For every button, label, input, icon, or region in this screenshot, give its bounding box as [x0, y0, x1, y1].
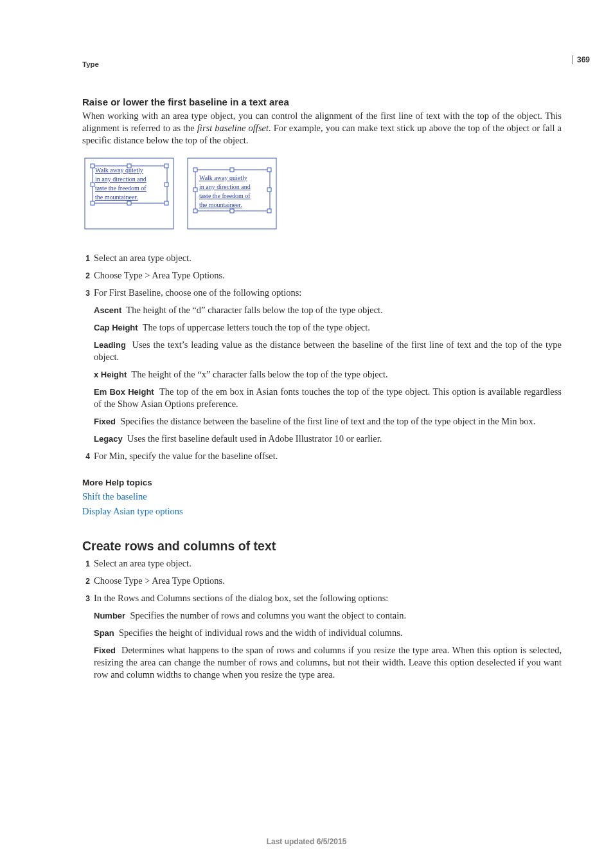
link-shift-baseline[interactable]: Shift the baseline	[82, 491, 562, 502]
section-label: Type	[82, 60, 562, 68]
figure-left-line2: in any direction and	[95, 176, 147, 183]
step-2: 2Choose Type > Area Type Options.	[82, 269, 562, 282]
heading-rows-columns: Create rows and columns of text	[82, 539, 562, 554]
step2-3: 3In the Rows and Columns sections of the…	[82, 592, 562, 604]
svg-rect-2	[91, 164, 94, 168]
option-legacy: Legacy Uses the first baseline default u…	[94, 433, 562, 445]
svg-rect-12	[193, 168, 197, 172]
svg-rect-9	[164, 201, 168, 205]
svg-rect-5	[91, 183, 94, 186]
steps-list-2: 1Select an area type object. 2Choose Typ…	[82, 557, 562, 604]
svg-rect-8	[127, 201, 131, 205]
figure-right-line3: taste the freedom of	[199, 192, 251, 199]
figure-right-line4: the mountaineer.	[199, 201, 242, 208]
figure-right-line1: Walk away quietly	[199, 174, 247, 181]
figure-left-line3: taste the freedom of	[95, 185, 147, 192]
svg-rect-4	[164, 164, 168, 168]
svg-rect-14	[267, 168, 271, 172]
steps-list-1b: 4For Min, specify the value for the base…	[82, 450, 562, 462]
page-number: 369	[573, 55, 590, 64]
more-help-heading: More Help topics	[82, 478, 562, 487]
option2-number: Number Specifies the number of rows and …	[94, 610, 562, 622]
option-fixed: Fixed Specifies the distance between the…	[94, 415, 562, 428]
figure-left-line1: Walk away quietly	[95, 167, 143, 174]
svg-rect-6	[164, 183, 168, 186]
figure-first-baseline: Walk away quietly in any direction and t…	[82, 156, 281, 233]
footer-last-updated: Last updated 6/5/2015	[0, 837, 613, 846]
figure-left-line4: the mountaineer.	[95, 194, 138, 201]
option2-fixed: Fixed Determines what happens to the spa…	[94, 644, 562, 681]
steps-list-1: 1Select an area type object. 2Choose Typ…	[82, 252, 562, 299]
link-display-asian[interactable]: Display Asian type options	[82, 506, 562, 517]
svg-rect-7	[91, 201, 94, 205]
svg-rect-15	[193, 188, 197, 192]
option-ascent: Ascent The height of the “d” character f…	[94, 304, 562, 316]
step-3: 3For First Baseline, choose one of the f…	[82, 287, 562, 299]
figure-right-line2: in any direction and	[199, 183, 251, 190]
option-leading: Leading Uses the text’s leading value as…	[94, 339, 562, 363]
svg-rect-18	[230, 209, 234, 213]
page: 369 Type Raise or lower the first baseli…	[0, 0, 613, 868]
svg-rect-13	[230, 168, 234, 172]
svg-rect-19	[267, 209, 271, 213]
heading-raise-lower-baseline: Raise or lower the first baseline in a t…	[82, 96, 562, 107]
option-cap-height: Cap Height The tops of uppercase letters…	[94, 321, 562, 334]
svg-rect-16	[267, 188, 271, 192]
option2-span: Span Specifies the height of individual …	[94, 627, 562, 639]
option-em-box-height: Em Box Height The top of the em box in A…	[94, 386, 562, 410]
option-x-height: x Height The height of the “x” character…	[94, 368, 562, 381]
step-1: 1Select an area type object.	[82, 252, 562, 264]
svg-rect-17	[193, 209, 197, 213]
step2-1: 1Select an area type object.	[82, 557, 562, 570]
intro-paragraph: When working with an area type object, y…	[82, 110, 562, 147]
step2-2: 2Choose Type > Area Type Options.	[82, 575, 562, 587]
step-4: 4For Min, specify the value for the base…	[82, 450, 562, 462]
